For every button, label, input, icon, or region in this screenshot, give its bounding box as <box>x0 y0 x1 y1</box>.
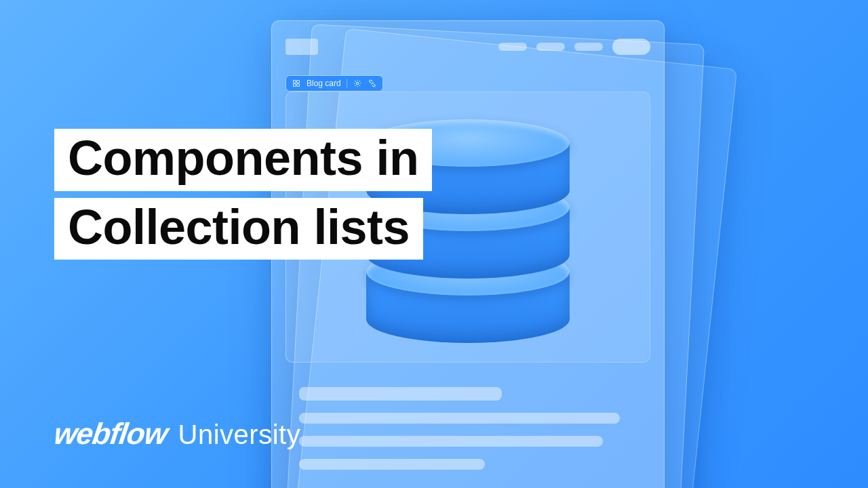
brand-subtitle: University <box>178 420 301 450</box>
webflow-logo: webflow <box>52 417 170 451</box>
unlink-icon[interactable] <box>368 79 377 88</box>
svg-rect-0 <box>294 81 296 83</box>
placeholder-text-block <box>299 387 637 470</box>
svg-point-4 <box>356 82 358 84</box>
chip-separator <box>347 79 347 88</box>
component-icon <box>292 79 301 88</box>
title-line-2: Collection lists <box>54 198 423 260</box>
title-line-1: Components in <box>54 129 432 191</box>
placeholder-line <box>299 387 502 401</box>
title-overlay: Components in Collection lists <box>54 129 432 260</box>
component-chip-label: Blog card <box>307 79 341 87</box>
mock-page-header <box>285 33 650 60</box>
thumbnail-stage: Blog card <box>0 0 868 488</box>
mock-nav-item <box>574 43 603 51</box>
mock-logo-placeholder <box>285 39 318 55</box>
mock-nav-item <box>536 43 565 51</box>
placeholder-line <box>299 413 620 424</box>
component-chip[interactable]: Blog card <box>285 75 383 92</box>
brand-footer: webflow University <box>54 417 300 451</box>
mock-nav-item <box>498 43 527 51</box>
placeholder-line <box>299 436 603 447</box>
gear-icon[interactable] <box>353 79 362 88</box>
svg-rect-3 <box>297 84 300 87</box>
mock-nav-cta <box>612 39 650 55</box>
placeholder-line <box>299 459 485 470</box>
svg-rect-1 <box>297 81 300 83</box>
mock-nav <box>498 39 650 55</box>
svg-rect-2 <box>294 84 296 87</box>
